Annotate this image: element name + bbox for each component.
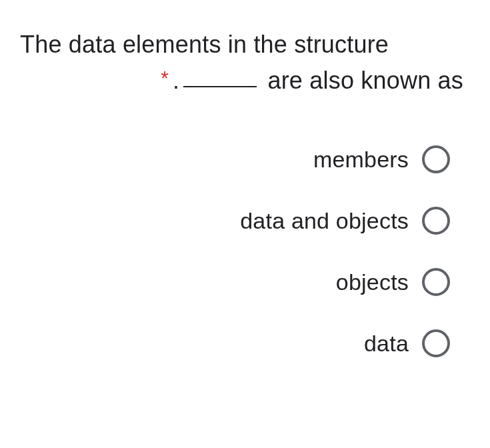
required-asterisk: * xyxy=(161,67,169,89)
blank-suffix: are also known as xyxy=(261,67,463,94)
radio-icon[interactable] xyxy=(422,329,450,357)
option-label: data xyxy=(364,331,409,357)
blank-prefix: . xyxy=(173,67,179,94)
options-list: members data and objects objects data xyxy=(20,145,470,357)
option-label: data and objects xyxy=(240,208,409,234)
question-line-1: The data elements in the structure xyxy=(20,27,470,63)
option-label: objects xyxy=(336,269,409,295)
radio-icon[interactable] xyxy=(422,268,450,296)
question-block: The data elements in the structure *. ar… xyxy=(20,27,470,357)
option-row: data xyxy=(364,329,450,357)
option-row: objects xyxy=(336,268,450,296)
question-line-2: *. are also known as xyxy=(20,63,470,99)
fill-blank xyxy=(183,86,257,87)
option-row: data and objects xyxy=(240,207,450,235)
radio-icon[interactable] xyxy=(422,145,450,173)
option-row: members xyxy=(313,145,450,173)
radio-icon[interactable] xyxy=(422,207,450,235)
option-label: members xyxy=(313,147,409,173)
question-text: The data elements in the structure *. ar… xyxy=(20,27,470,99)
